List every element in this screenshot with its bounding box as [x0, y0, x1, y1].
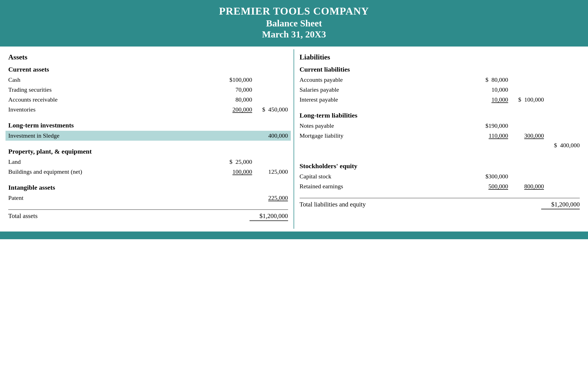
- trading-securities-amount: 70,000: [216, 86, 252, 93]
- accounts-receivable-amount: 80,000: [216, 96, 252, 103]
- buildings-amount: 100,000: [216, 168, 252, 175]
- total-assets-amount: $1,200,000: [250, 213, 288, 221]
- accounts-receivable-row: Accounts receivable 80,000: [8, 95, 288, 105]
- balance-sheet: PREMIER TOOLS COMPANY Balance Sheet Marc…: [0, 0, 588, 239]
- land-amount: $ 25,000: [216, 158, 252, 165]
- inventories-row: Inventories 200,000 $ 450,000: [8, 105, 288, 115]
- capital-stock-label: Capital stock: [300, 173, 473, 180]
- notes-payable-amount: $190,000: [472, 122, 508, 129]
- retained-earnings-label: Retained earnings: [300, 183, 473, 190]
- interest-payable-label: Interest payable: [300, 96, 473, 103]
- accounts-payable-label: Accounts payable: [300, 76, 473, 83]
- inventories-amount: 200,000: [216, 106, 252, 113]
- capital-stock-row: Capital stock $300,000: [300, 171, 580, 181]
- accounts-payable-amount: $ 80,000: [472, 76, 508, 83]
- trading-securities-label: Trading securities: [8, 86, 216, 93]
- patent-row: Patent 225,000: [8, 193, 288, 203]
- intangible-assets-title: Intangible assets: [8, 182, 288, 193]
- investment-sledge-row: Investment in Sledge 400,000: [6, 131, 291, 141]
- header: PREMIER TOOLS COMPANY Balance Sheet Marc…: [0, 0, 588, 46]
- interest-payable-total: $ 100,000: [508, 96, 544, 103]
- retained-earnings-amount: 500,000: [472, 183, 508, 190]
- mortgage-label: Mortgage liability: [300, 132, 473, 139]
- cash-row: Cash $100,000: [8, 75, 288, 85]
- inventories-label: Inventories: [8, 106, 216, 113]
- buildings-total: 125,000: [252, 168, 288, 175]
- long-term-total-row: $ 400,000: [300, 141, 580, 150]
- land-row: Land $ 25,000: [8, 157, 288, 167]
- salaries-payable-row: Salaries payable 10,000: [300, 85, 580, 95]
- doc-date: March 31, 20X3: [6, 29, 582, 40]
- retained-earnings-row: Retained earnings 500,000 800,000: [300, 181, 580, 191]
- land-label: Land: [8, 158, 216, 165]
- retained-earnings-total: 800,000: [508, 183, 544, 190]
- total-liabilities-amount: $1,200,000: [541, 201, 580, 209]
- total-assets-label: Total assets: [8, 213, 214, 220]
- inventories-total: $ 450,000: [252, 106, 288, 113]
- patent-label: Patent: [8, 194, 216, 202]
- cash-label: Cash: [8, 76, 216, 83]
- trading-securities-row: Trading securities 70,000: [8, 85, 288, 95]
- mortgage-total: 300,000: [508, 132, 544, 139]
- body: Assets Current assets Cash $100,000 Trad…: [0, 46, 588, 229]
- assets-title: Assets: [8, 51, 288, 64]
- long-term-liabilities-total: $ 400,000: [544, 142, 580, 149]
- cash-amount: $100,000: [216, 76, 252, 83]
- total-liabilities-row: Total liabilities and equity $1,200,000: [300, 198, 580, 212]
- stockholders-equity-title: Stockholders' equity: [300, 160, 580, 171]
- assets-column: Assets Current assets Cash $100,000 Trad…: [0, 49, 294, 229]
- liabilities-column: Liabilities Current liabilities Accounts…: [294, 49, 588, 229]
- long-term-investments-title: Long-term investments: [8, 119, 288, 131]
- buildings-label: Buildings and equipment (net): [8, 168, 216, 175]
- salaries-payable-amount: 10,000: [472, 86, 508, 93]
- footer-bar: [0, 232, 588, 239]
- investment-sledge-amount: 400,000: [252, 132, 288, 139]
- current-liabilities-title: Current liabilities: [300, 64, 580, 75]
- liabilities-title: Liabilities: [300, 51, 580, 64]
- patent-amount: 225,000: [252, 194, 288, 202]
- mortgage-amount: 110,000: [472, 132, 508, 139]
- interest-payable-row: Interest payable 10,000 $ 100,000: [300, 95, 580, 105]
- notes-payable-row: Notes payable $190,000: [300, 121, 580, 131]
- buildings-row: Buildings and equipment (net) 100,000 12…: [8, 167, 288, 177]
- investment-sledge-label: Investment in Sledge: [8, 132, 216, 139]
- mortgage-row: Mortgage liability 110,000 300,000: [300, 131, 580, 141]
- long-term-liabilities-title: Long-term liabilities: [300, 110, 580, 121]
- accounts-payable-row: Accounts payable $ 80,000: [300, 75, 580, 85]
- interest-payable-amount: 10,000: [472, 96, 508, 103]
- total-liabilities-label: Total liabilities and equity: [300, 201, 506, 208]
- company-name: PREMIER TOOLS COMPANY: [6, 5, 582, 17]
- ppe-title: Property, plant, & equipment: [8, 146, 288, 157]
- notes-payable-label: Notes payable: [300, 122, 473, 129]
- doc-title: Balance Sheet: [6, 18, 582, 29]
- accounts-receivable-label: Accounts receivable: [8, 96, 216, 103]
- current-assets-title: Current assets: [8, 64, 288, 75]
- capital-stock-amount: $300,000: [472, 173, 508, 180]
- total-assets-row: Total assets $1,200,000: [8, 209, 288, 223]
- salaries-payable-label: Salaries payable: [300, 86, 473, 93]
